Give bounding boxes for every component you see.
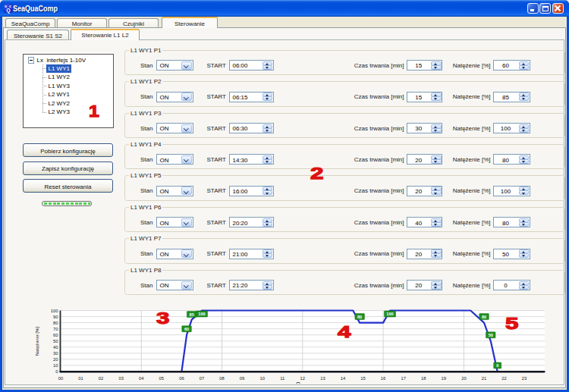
svg-text:85: 85 [190,312,194,317]
svg-text:15: 15 [360,376,365,381]
svg-text:02: 02 [99,376,103,381]
svg-text:30: 30 [53,351,58,356]
svg-text:05: 05 [159,376,164,381]
svg-text:Natężenie [%]: Natężenie [%] [34,326,39,356]
svg-text:70: 70 [53,327,58,331]
svg-text:04: 04 [139,376,144,381]
svg-text:06: 06 [179,376,184,381]
svg-text:50: 50 [489,333,493,337]
svg-text:40: 40 [53,345,58,350]
svg-text:100: 100 [198,312,205,316]
svg-text:20: 20 [53,357,58,362]
svg-text:14: 14 [341,376,346,381]
svg-text:0: 0 [55,369,58,374]
svg-text:0: 0 [496,363,498,368]
svg-text:22: 22 [501,376,506,381]
svg-text:10: 10 [259,376,264,381]
svg-text:08: 08 [219,376,224,381]
svg-text:60: 60 [184,327,189,331]
svg-text:00: 00 [58,376,63,381]
svg-text:50: 50 [53,339,58,343]
svg-text:60: 60 [53,333,58,337]
svg-text:80: 80 [53,321,58,325]
svg-text:12: 12 [300,376,305,381]
svg-text:11: 11 [280,376,284,381]
svg-text:80: 80 [357,315,362,319]
svg-text:90: 90 [53,315,58,319]
svg-text:23: 23 [522,376,527,381]
svg-text:01: 01 [78,376,83,381]
svg-text:17: 17 [401,376,405,381]
svg-text:18: 18 [421,376,426,381]
svg-text:10: 10 [53,363,58,368]
svg-text:80: 80 [482,315,486,319]
svg-text:03: 03 [118,376,123,381]
svg-text:20: 20 [461,376,466,381]
svg-text:16: 16 [381,376,385,381]
svg-text:19: 19 [442,376,446,381]
svg-text:100: 100 [51,309,58,313]
svg-text:13: 13 [320,376,325,381]
svg-text:21: 21 [482,376,486,381]
svg-text:09: 09 [240,376,244,381]
svg-text:07: 07 [200,376,204,381]
svg-text:100: 100 [386,312,393,316]
